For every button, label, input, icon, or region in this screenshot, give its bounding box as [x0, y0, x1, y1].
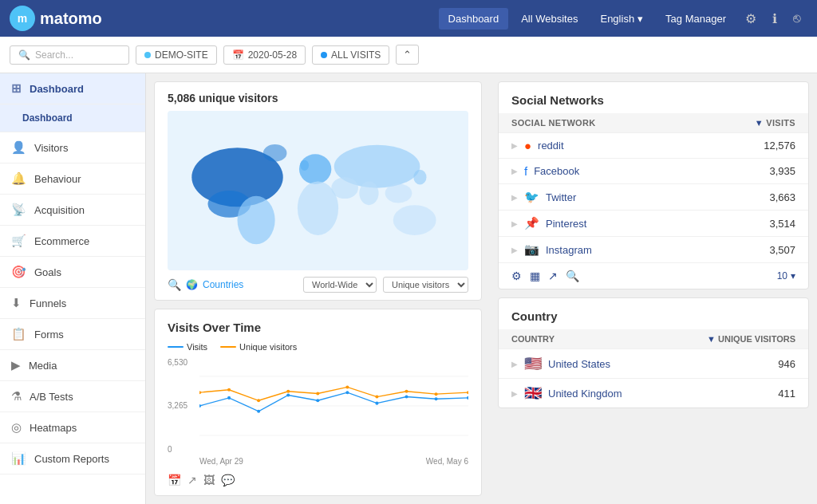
logo: m matomo [10, 6, 102, 31]
sidebar-item-heatmaps[interactable]: ◎ Heatmaps [0, 412, 145, 443]
media-icon: ▶ [11, 358, 21, 372]
sidebar-item-media[interactable]: ▶ Media [0, 350, 145, 381]
twitter-link[interactable]: Twitter [546, 191, 576, 203]
social-table-header: SOCIAL NETWORK ▼ VISITS [499, 113, 808, 132]
instagram-link[interactable]: Instagram [546, 244, 592, 256]
twitter-visits: 3,663 [769, 191, 795, 203]
ecommerce-icon: 🛒 [11, 234, 26, 248]
heatmaps-icon: ◎ [11, 420, 22, 435]
map-title: 5,086 unique visitors [168, 92, 468, 104]
settings-widget-icon[interactable]: ⚙ [511, 270, 522, 282]
demo-site-filter[interactable]: DEMO-SITE [136, 45, 217, 65]
metric-select[interactable]: Unique visitors [383, 277, 468, 293]
table-row: ▶ 📷 Instagram 3,507 [499, 236, 808, 262]
calendar-icon: 📅 [232, 49, 244, 61]
map-controls: World-Wide Unique visitors [303, 277, 468, 293]
chart-image-icon[interactable]: 🖼 [203, 474, 215, 486]
sidebar-label-heatmaps: Heatmaps [30, 422, 77, 434]
svg-point-9 [385, 183, 412, 203]
sidebar-item-custom-reports[interactable]: 📊 Custom Reports [0, 443, 145, 474]
instagram-icon: 📷 [524, 242, 539, 257]
chart-comment-icon[interactable]: 💬 [221, 474, 235, 486]
settings-icon[interactable]: ⚙ [739, 6, 763, 31]
export-icon[interactable]: ↗ [548, 270, 558, 282]
twitter-icon: 🐦 [524, 190, 539, 204]
nav-all-websites[interactable]: All Websites [511, 8, 587, 30]
info-icon[interactable]: ℹ [766, 6, 783, 31]
sidebar-label-forms: Forms [34, 329, 64, 341]
nav-dashboard[interactable]: Dashboard [439, 8, 509, 30]
chart-y-axis: 6,530 3,265 0 [168, 358, 196, 454]
legend-visits-label: Visits [187, 342, 207, 352]
svg-point-19 [257, 409, 260, 412]
x-end-label: Wed, May 6 [426, 457, 468, 466]
chart-calendar-icon[interactable]: 📅 [168, 474, 181, 486]
svg-point-21 [316, 399, 319, 402]
pinterest-link[interactable]: Pinterest [546, 218, 586, 230]
us-link[interactable]: United States [548, 358, 610, 370]
country-widget: Country COUNTRY ▼ UNIQUE VISITORS ▶ 🇺🇸 U… [498, 297, 809, 408]
table-row: ▶ ● reddit 12,576 [499, 132, 808, 158]
date-filter[interactable]: 📅 2020-05-28 [223, 45, 306, 65]
country-col-visitors: ▼ UNIQUE VISITORS [707, 334, 795, 344]
expand-icon[interactable]: ▶ [511, 389, 518, 398]
expand-icon[interactable]: ▶ [511, 167, 518, 175]
chart-svg [199, 358, 468, 454]
sidebar-item-ecommerce[interactable]: 🛒 Ecommerce [0, 226, 145, 257]
visits-filter[interactable]: ALL VISITS [312, 45, 389, 65]
visits-dot-icon [321, 52, 327, 58]
legend-visits: Visits [168, 342, 207, 352]
svg-point-18 [227, 396, 231, 400]
table-icon[interactable]: ▦ [530, 270, 540, 282]
scope-select[interactable]: World-Wide [303, 277, 377, 293]
collapse-button[interactable]: ⌃ [396, 45, 419, 65]
user-login-icon[interactable]: ⎋ [787, 6, 807, 30]
us-flag: 🇺🇸 [524, 355, 542, 372]
search-widget-icon[interactable]: 🔍 [566, 270, 579, 282]
main-content: 5,086 unique visitors [146, 73, 817, 504]
expand-icon[interactable]: ▶ [511, 246, 518, 254]
country-title: Country [499, 298, 808, 329]
facebook-link[interactable]: Facebook [534, 165, 579, 177]
world-map [168, 111, 468, 270]
per-page-arrow[interactable]: ▾ [791, 270, 795, 282]
expand-icon[interactable]: ▶ [511, 360, 518, 368]
sidebar-item-behaviour[interactable]: 🔔 Behaviour [0, 163, 145, 195]
uk-visitors: 411 [778, 388, 795, 400]
sidebar-item-visitors[interactable]: 👤 Visitors [0, 132, 145, 163]
expand-icon[interactable]: ▶ [511, 141, 518, 150]
visits-chart-widget: Visits Over Time Visits Unique visitors [154, 309, 482, 496]
countries-link[interactable]: Countries [203, 279, 243, 290]
filter-dot-icon [144, 52, 151, 58]
facebook-visits: 3,935 [769, 165, 795, 177]
sidebar-item-funnels[interactable]: ⬇ Funnels [0, 288, 145, 319]
svg-point-24 [405, 395, 408, 398]
right-column: Social Networks SOCIAL NETWORK ▼ VISITS … [490, 73, 817, 504]
sidebar-item-acquisition[interactable]: 📡 Acquisition [0, 195, 145, 226]
map-footer: 🔍 🌍 Countries World-Wide Unique visitors [168, 270, 468, 293]
visits-legend-line [168, 346, 184, 348]
chart-x-axis: Wed, Apr 29 Wed, May 6 [168, 457, 468, 466]
sidebar-item-goals[interactable]: 🎯 Goals [0, 257, 145, 288]
svg-point-22 [345, 391, 349, 394]
svg-point-26 [467, 396, 468, 400]
svg-point-10 [393, 205, 436, 235]
reddit-link[interactable]: reddit [538, 140, 564, 152]
search-box[interactable]: 🔍 Search... [10, 45, 129, 65]
sidebar-item-dashboard[interactable]: ⊞ Dashboard [0, 73, 145, 104]
chart-share-icon[interactable]: ↗ [187, 474, 197, 486]
sidebar-item-forms[interactable]: 📋 Forms [0, 319, 145, 350]
svg-point-35 [435, 392, 438, 396]
nav-tag-manager[interactable]: Tag Manager [656, 8, 736, 30]
per-page-value: 10 [777, 270, 787, 282]
nav-english[interactable]: English ▾ [590, 8, 653, 30]
sidebar-item-dashboard-sub[interactable]: Dashboard [0, 104, 145, 132]
forms-icon: 📋 [11, 327, 26, 341]
uk-link[interactable]: United Kingdom [548, 388, 622, 400]
zoom-icon[interactable]: 🔍 [168, 278, 181, 291]
svg-point-3 [238, 196, 275, 245]
goals-icon: 🎯 [11, 265, 26, 279]
sidebar-item-ab-tests[interactable]: ⚗ A/B Tests [0, 381, 145, 412]
expand-icon[interactable]: ▶ [511, 219, 518, 228]
expand-icon[interactable]: ▶ [511, 193, 518, 202]
